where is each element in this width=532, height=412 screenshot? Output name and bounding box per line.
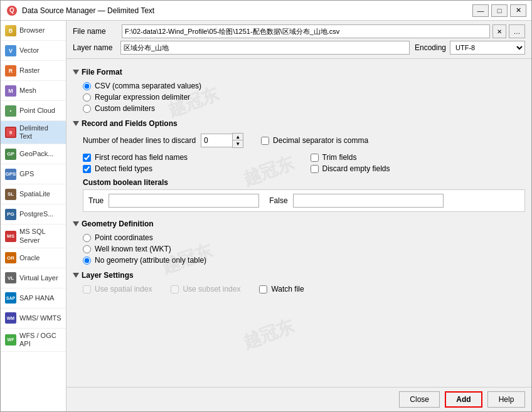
sidebar-item-oracle[interactable]: OR Oracle <box>1 248 66 268</box>
radio-csv-input[interactable] <box>83 82 91 90</box>
sidebar-label-geopackage: GeoPack... <box>19 150 53 158</box>
spinbox-up[interactable]: ▲ <box>233 134 243 140</box>
spinbox-down[interactable]: ▼ <box>233 140 243 147</box>
boolean-title: Custom boolean literals <box>83 178 525 187</box>
add-button[interactable]: Add <box>445 391 482 408</box>
help-button[interactable]: Help <box>487 391 525 408</box>
watch-file-checkbox[interactable] <box>259 285 267 293</box>
radio-no-geometry-label[interactable]: No geometry (attribute only table) <box>95 256 206 265</box>
sidebar-item-postgres[interactable]: PG PostgreS... <box>1 204 66 224</box>
decimal-sep-label[interactable]: Decimal separator is comma <box>273 136 368 145</box>
file-format-toggle[interactable] <box>73 70 79 75</box>
false-input[interactable] <box>293 194 444 208</box>
header-lines-input[interactable] <box>201 134 232 147</box>
radio-csv-label[interactable]: CSV (comma separated values) <box>95 82 201 90</box>
detect-types-label[interactable]: Detect field types <box>95 164 152 173</box>
sidebar-item-mssql[interactable]: MS MS SQL Server <box>1 224 66 248</box>
record-checkboxes: First record has field names Trim fields… <box>83 153 525 173</box>
sidebar-label-delimited: Delimited Text <box>19 124 62 140</box>
sidebar-item-sap[interactable]: SAP SAP HANA <box>1 288 66 309</box>
filename-input-row: ✕ … <box>122 24 525 38</box>
subset-index-label[interactable]: Use subset index <box>183 285 240 293</box>
sidebar-item-pointcloud[interactable]: • Point Cloud <box>1 101 66 121</box>
radio-regex-label[interactable]: Regular expression delimiter <box>95 93 190 102</box>
radio-custom-input[interactable] <box>83 105 91 113</box>
watch-file-check: Watch file <box>259 285 304 293</box>
watch-file-label[interactable]: Watch file <box>271 285 304 293</box>
sidebar-label-spatialite: SpatiaLite <box>19 190 50 198</box>
filename-input[interactable] <box>122 24 490 38</box>
minimize-button[interactable]: — <box>472 4 489 17</box>
mesh-icon: M <box>4 85 17 97</box>
sidebar-label-wms: WMS/ WMTS <box>19 314 61 322</box>
radio-point-coords: Point coordinates <box>83 233 525 242</box>
header-lines-row: Number of header lines to discard ▲ ▼ De… <box>83 133 525 148</box>
record-fields-title: Record and Fields Options <box>82 119 178 128</box>
trim-fields-label[interactable]: Trim fields <box>322 153 357 162</box>
sidebar-item-spatialite[interactable]: SL SpatiaLite <box>1 184 66 204</box>
sidebar-item-mesh[interactable]: M Mesh <box>1 81 66 101</box>
sidebar-item-geopackage[interactable]: GP GeoPack... <box>1 144 66 164</box>
layer-encoding-row: Layer name Encoding UTF-8 GBK GB2312 ISO… <box>73 41 525 55</box>
radio-point-coords-input[interactable] <box>83 234 91 242</box>
discard-empty-checkbox[interactable] <box>311 165 319 173</box>
sidebar-label-mesh: Mesh <box>19 87 36 95</box>
encoding-select[interactable]: UTF-8 GBK GB2312 ISO-8859-1 UTF-16 <box>450 41 525 55</box>
layername-input[interactable] <box>120 41 410 55</box>
trim-fields-check: Trim fields <box>311 153 526 162</box>
file-format-header: File Format <box>73 68 525 77</box>
wfs-icon: WF <box>4 334 17 346</box>
sidebar-item-wms[interactable]: WM WMS/ WMTS <box>1 309 66 329</box>
subset-index-check: Use subset index <box>171 285 240 293</box>
true-input[interactable] <box>109 194 259 208</box>
radio-no-geometry-input[interactable] <box>83 256 91 265</box>
window-title: Data Source Manager — Delimited Text <box>22 6 154 15</box>
first-record-checkbox[interactable] <box>83 154 91 162</box>
sidebar-label-vector: Vector <box>19 46 39 55</box>
geometry-toggle[interactable] <box>73 221 79 226</box>
title-bar: Q Data Source Manager — Delimited Text —… <box>1 1 531 21</box>
detect-types-checkbox[interactable] <box>83 165 91 173</box>
spatial-index-checkbox[interactable] <box>83 285 91 293</box>
sidebar-label-virtual: Virtual Layer <box>19 274 58 282</box>
mssql-icon: MS <box>4 230 17 243</box>
filename-label: File name <box>73 27 117 36</box>
radio-custom: Custom delimiters <box>83 104 525 113</box>
sidebar-label-pointcloud: Point Cloud <box>19 107 55 115</box>
decimal-sep-checkbox[interactable] <box>261 137 269 145</box>
radio-custom-label[interactable]: Custom delimiters <box>95 104 155 113</box>
layer-settings-toggle[interactable] <box>73 273 79 278</box>
record-fields-header: Record and Fields Options <box>73 119 525 128</box>
geometry-options: Point coordinates Well known text (WKT) … <box>83 233 525 265</box>
trim-fields-checkbox[interactable] <box>311 154 319 162</box>
close-button[interactable]: Close <box>399 391 440 408</box>
subset-index-checkbox[interactable] <box>171 285 179 293</box>
radio-wkt-label[interactable]: Well known text (WKT) <box>95 245 171 253</box>
sidebar-label-sap: SAP HANA <box>19 294 54 302</box>
sidebar-item-wfs[interactable]: WF WFS / OGC API <box>1 329 66 352</box>
sidebar-item-delimited[interactable]: 9 Delimited Text <box>1 121 66 144</box>
sidebar-item-vector[interactable]: V Vector <box>1 41 66 61</box>
sidebar-item-gps[interactable]: GPS GPS <box>1 164 66 184</box>
radio-csv: CSV (comma separated values) <box>83 82 525 90</box>
spatial-index-label[interactable]: Use spatial index <box>95 285 152 293</box>
sidebar-item-raster[interactable]: R Raster <box>1 61 66 81</box>
maximize-button[interactable]: □ <box>491 4 508 17</box>
sidebar-item-virtual[interactable]: VL Virtual Layer <box>1 268 66 288</box>
main-window: Q Data Source Manager — Delimited Text —… <box>0 0 532 412</box>
first-record-label[interactable]: First record has field names <box>95 153 188 162</box>
boolean-inputs: True False <box>88 194 519 208</box>
file-format-title: File Format <box>82 68 122 77</box>
sidebar-label-wfs: WFS / OGC API <box>19 332 62 348</box>
filename-browse-button[interactable]: … <box>509 24 525 38</box>
discard-empty-label[interactable]: Discard empty fields <box>322 164 390 173</box>
radio-point-coords-label[interactable]: Point coordinates <box>95 233 153 242</box>
close-button[interactable]: ✕ <box>510 4 526 17</box>
wms-icon: WM <box>4 312 17 324</box>
radio-wkt-input[interactable] <box>83 245 91 253</box>
layer-settings-header: Layer Settings <box>73 271 525 280</box>
radio-regex-input[interactable] <box>83 93 91 102</box>
sidebar-item-browser[interactable]: B Browser <box>1 21 66 41</box>
record-fields-toggle[interactable] <box>73 121 79 126</box>
filename-clear-button[interactable]: ✕ <box>492 24 506 38</box>
